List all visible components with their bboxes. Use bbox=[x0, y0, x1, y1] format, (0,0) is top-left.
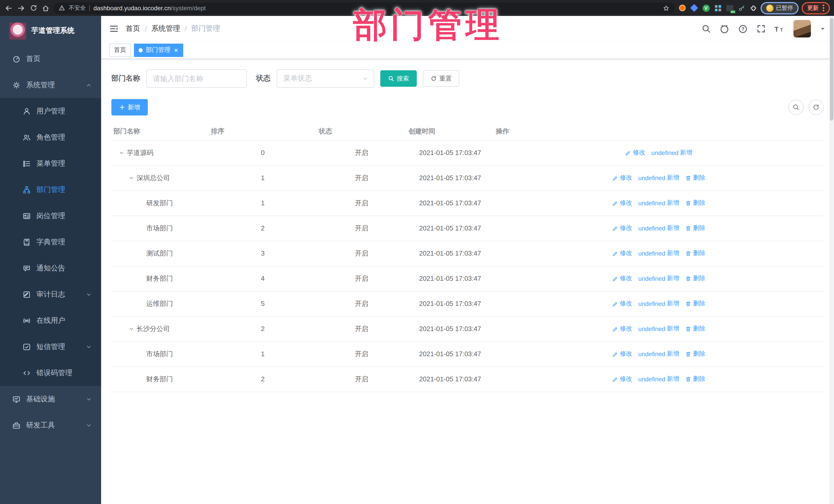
reset-button[interactable]: 重置 bbox=[423, 70, 459, 87]
header-search-icon[interactable] bbox=[702, 24, 711, 34]
row-delete-action[interactable]: 删除 bbox=[685, 199, 705, 207]
sidebar-item-9[interactable]: 审计日志 bbox=[0, 281, 101, 307]
sidebar-item-13[interactable]: 基础设施 bbox=[0, 386, 101, 412]
row-edit-action[interactable]: 修改 bbox=[612, 299, 632, 308]
dept-status: 开启 bbox=[317, 291, 407, 316]
row-add-action[interactable]: undefined新增 bbox=[651, 148, 692, 157]
row-expand-icon[interactable] bbox=[118, 150, 127, 156]
svg-text:T: T bbox=[774, 25, 778, 33]
sidebar-item-label: 首页 bbox=[26, 54, 92, 63]
dept-name: 市场部门 bbox=[146, 349, 173, 358]
extension-puzzle-icon[interactable] bbox=[749, 4, 758, 12]
sidebar-item-5[interactable]: 部门管理 bbox=[0, 177, 101, 203]
user-avatar[interactable] bbox=[793, 20, 811, 38]
row-delete-action[interactable]: 删除 bbox=[685, 299, 705, 308]
browser-forward-icon[interactable] bbox=[17, 3, 26, 13]
edit-icon bbox=[612, 175, 618, 181]
row-expand-icon[interactable] bbox=[128, 175, 136, 181]
row-add-action[interactable]: undefined新增 bbox=[638, 274, 679, 283]
sidebar-item-12[interactable]: 错误码管理 bbox=[0, 360, 101, 386]
extension-orange-icon[interactable] bbox=[678, 4, 687, 12]
toggle-search-button[interactable] bbox=[788, 100, 804, 115]
delete-icon bbox=[685, 275, 692, 282]
browser-update-button[interactable]: 更新 bbox=[802, 2, 830, 14]
extension-key-icon[interactable] bbox=[737, 4, 746, 12]
row-add-action[interactable]: undefined新增 bbox=[638, 299, 679, 308]
add-button[interactable]: 新增 bbox=[111, 99, 148, 115]
sidebar-collapse-icon[interactable] bbox=[109, 24, 118, 34]
tab-dept-management[interactable]: 部门管理 bbox=[134, 43, 183, 57]
sidebar-item-6[interactable]: 岗位管理 bbox=[0, 203, 101, 229]
help-icon[interactable]: ? bbox=[738, 24, 748, 34]
row-edit-action[interactable]: 修改 bbox=[612, 174, 632, 182]
col-sort: 排序 bbox=[209, 123, 317, 140]
row-edit-action[interactable]: 修改 bbox=[612, 199, 632, 207]
extension-grid-icon[interactable] bbox=[714, 4, 722, 12]
table-row: 市场部门2开启2021-01-05 17:03:47修改undefined新增删… bbox=[111, 216, 824, 241]
fullscreen-icon[interactable] bbox=[756, 24, 766, 34]
scrollbar-thumb[interactable] bbox=[830, 18, 833, 120]
dept-name-input[interactable] bbox=[146, 69, 247, 88]
browser-home-icon[interactable] bbox=[41, 3, 50, 13]
row-add-action[interactable]: undefined新增 bbox=[638, 199, 679, 207]
breadcrumb-home[interactable]: 首页 bbox=[126, 24, 140, 34]
user-menu-caret-icon[interactable] bbox=[820, 26, 826, 32]
browser-reload-icon[interactable] bbox=[29, 3, 38, 13]
col-created: 创建时间 bbox=[407, 123, 494, 140]
sidebar-item-2[interactable]: 用户管理 bbox=[0, 98, 101, 124]
row-edit-action[interactable]: 修改 bbox=[612, 274, 632, 283]
app-logo: 芋道管理系统 bbox=[0, 16, 101, 46]
search-button[interactable]: 搜索 bbox=[380, 70, 417, 87]
row-add-action[interactable]: undefined新增 bbox=[638, 224, 679, 233]
bookmark-star-icon[interactable] bbox=[663, 3, 670, 13]
row-delete-action[interactable]: 删除 bbox=[685, 324, 705, 333]
breadcrumb-system[interactable]: 系统管理 bbox=[151, 24, 180, 34]
row-add-action[interactable]: undefined新增 bbox=[638, 375, 679, 384]
browser-profile-chip[interactable]: 已暂停 bbox=[761, 2, 798, 14]
sidebar-item-11[interactable]: 短信管理 bbox=[0, 334, 101, 360]
row-delete-action[interactable]: 删除 bbox=[685, 375, 705, 384]
tab-close-icon[interactable] bbox=[174, 47, 179, 52]
row-edit-action[interactable]: 修改 bbox=[612, 249, 632, 258]
row-add-action[interactable]: undefined新增 bbox=[638, 249, 679, 258]
sidebar-item-3[interactable]: 角色管理 bbox=[0, 124, 101, 150]
row-expand-icon[interactable] bbox=[128, 326, 136, 332]
row-delete-action[interactable]: 删除 bbox=[685, 249, 705, 258]
sidebar-item-4[interactable]: 菜单管理 bbox=[0, 150, 101, 177]
refresh-button[interactable] bbox=[808, 100, 824, 115]
gear-icon bbox=[12, 81, 21, 89]
row-add-action[interactable]: undefined新增 bbox=[638, 324, 679, 333]
browser-back-icon[interactable] bbox=[4, 3, 13, 13]
row-add-action[interactable]: undefined新增 bbox=[638, 174, 679, 182]
sidebar-item-1[interactable]: 系统管理 bbox=[0, 72, 101, 98]
dept-created: 2021-01-05 17:03:47 bbox=[407, 191, 494, 216]
extension-on-badge-icon[interactable]: on bbox=[725, 4, 734, 12]
row-delete-action[interactable]: 删除 bbox=[685, 274, 705, 283]
row-delete-action[interactable]: 删除 bbox=[685, 224, 705, 233]
sidebar-item-10[interactable]: 在线用户 bbox=[0, 307, 101, 334]
sidebar-item-0[interactable]: 首页 bbox=[0, 46, 101, 72]
row-edit-action[interactable]: 修改 bbox=[625, 148, 645, 157]
window-scrollbar[interactable] bbox=[829, 16, 834, 504]
row-edit-action[interactable]: 修改 bbox=[612, 324, 632, 333]
tab-home[interactable]: 首页 bbox=[109, 43, 131, 57]
row-edit-action[interactable]: 修改 bbox=[612, 350, 632, 358]
sidebar-item-8[interactable]: 通知公告 bbox=[0, 255, 101, 281]
extension-green-icon[interactable]: V bbox=[702, 4, 710, 12]
security-label[interactable]: 不安全 bbox=[69, 4, 86, 12]
row-edit-action[interactable]: 修改 bbox=[612, 224, 632, 233]
status-select[interactable]: 菜单状态 bbox=[277, 69, 374, 88]
row-add-action[interactable]: undefined新增 bbox=[638, 350, 679, 358]
font-size-icon[interactable]: TT bbox=[774, 24, 785, 34]
extension-gem-icon[interactable] bbox=[690, 4, 699, 12]
browser-menu-icon[interactable] bbox=[823, 5, 824, 11]
row-edit-action[interactable]: 修改 bbox=[612, 375, 632, 384]
row-delete-action[interactable]: 删除 bbox=[685, 350, 705, 358]
github-icon[interactable] bbox=[720, 24, 729, 34]
sidebar-item-7[interactable]: 字典管理 bbox=[0, 229, 101, 255]
dept-name: 深圳总公司 bbox=[136, 173, 170, 182]
sms-icon bbox=[23, 343, 31, 351]
dept-status: 开启 bbox=[317, 341, 407, 367]
row-delete-action[interactable]: 删除 bbox=[685, 174, 705, 182]
sidebar-item-14[interactable]: 研发工具 bbox=[0, 412, 101, 438]
